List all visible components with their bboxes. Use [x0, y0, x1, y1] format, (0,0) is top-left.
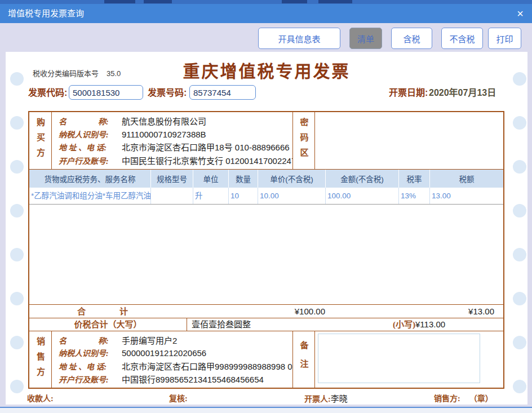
drawer-field: 开票人:李晓: [304, 393, 348, 405]
header-goods-name: 货物或应税劳务、服务名称: [29, 170, 150, 188]
buyer-bank-label: 开户行及账号:: [59, 155, 122, 166]
signature-row: 收款人: 复核: 开票人:李晓 销售方:（章）: [6, 393, 527, 405]
item-goods-name: *乙醇汽油调和组分油*车用乙醇汽油调: [29, 188, 150, 204]
seller-stamp-field: 销售方:（章）: [434, 393, 493, 405]
buyer-taxid-row: 纳税人识别号:91110000710927388B: [59, 128, 292, 140]
dialog-bottom-edge: [0, 408, 532, 413]
tax-included-button[interactable]: 含税: [391, 28, 432, 49]
detail-list-button: 清单: [349, 28, 382, 49]
seller-address-value: 北京市海淀区杏石口路甲998999988988998 010-8: [122, 362, 292, 371]
decorative-dot: [513, 160, 526, 174]
invoice-paper: 税收分类编码版本号35.0 重庆增值税专用发票 发票代码: 发票号码: 开票日期…: [6, 52, 527, 405]
buyer-address-value: 北京市海淀区杏石口路甲18号 010-88896666: [122, 143, 290, 152]
item-tax-rate: 13%: [398, 188, 429, 204]
invoice-body-table: 购买方 名 称:航天信息股份有限公司 纳税人识别号:91110000710927…: [28, 111, 504, 389]
totals-row: 合 计 ¥100.00 ¥13.00: [29, 304, 503, 318]
drawer-label: 开票人:: [304, 395, 331, 403]
invoice-date-value: 2020年07月13日: [429, 85, 496, 101]
decorative-dot: [513, 248, 526, 261]
seller-taxid-row: 纳税人识别号:500000191212020656: [59, 347, 292, 358]
item-spec: [150, 188, 193, 204]
buyer-address-row: 地 址 、电 话:北京市海淀区杏石口路甲18号 010-88896666: [59, 141, 292, 153]
header-tax-rate: 税率: [398, 170, 429, 188]
buyer-name-row: 名 称:航天信息股份有限公司: [59, 115, 292, 127]
invoice-code-input[interactable]: [69, 85, 143, 100]
decorative-dot: [10, 292, 24, 305]
tax-excluded-button[interactable]: 不含税: [441, 28, 483, 49]
buyer-address-label: 地 址 、电 话:: [59, 141, 122, 153]
item-unit: 升: [193, 188, 228, 204]
password-area-label: 密码区: [298, 118, 310, 163]
seller-bank-row: 开户行及账号:中国银行89985652134155468456654: [59, 373, 292, 385]
decorative-dot: [513, 116, 526, 130]
invoice-number-label: 发票号码:: [148, 85, 187, 101]
invoice-query-dialog: 增值税专用发票查询 × 开具信息表 清单 含税 不含税 打印 税收分类编码版本号…: [0, 0, 532, 413]
seller-bank-value: 中国银行89985652134155468456654: [122, 375, 264, 384]
item-tax-amount: 13.00: [429, 188, 503, 204]
seller-name-row: 名 称:手册编写用户2: [59, 334, 292, 346]
decorative-dot: [513, 336, 526, 349]
buyer-bank-row: 开户行及账号:中国民生银行北京紫竹支行 0120014170022475: [59, 154, 292, 166]
decorative-dot: [513, 380, 526, 393]
header-unit-price: 单价(不含税): [258, 170, 325, 188]
payee-label: 收款人:: [27, 393, 54, 405]
item-quantity: 10: [228, 188, 258, 204]
dialog-titlebar: 增值税专用发票查询 ×: [0, 4, 532, 23]
item-amount: 100.00: [325, 188, 398, 204]
remark-label: 备注: [298, 341, 310, 378]
invoice-number-input[interactable]: [189, 85, 256, 100]
invoice-title: 重庆增值税专用发票: [6, 57, 527, 82]
buyer-side-label: 购买方: [34, 118, 46, 163]
header-spec: 规格型号: [150, 170, 193, 188]
remark-area: [315, 331, 486, 388]
decorative-dot: [513, 204, 526, 217]
decorative-dot: [10, 116, 24, 130]
background-window-artifact: [104, 0, 135, 3]
decorative-dot: [10, 160, 24, 174]
seller-side-label: 销售方: [34, 337, 46, 383]
buyer-bank-value: 中国民生银行北京紫竹支行 0120014170022475: [122, 156, 292, 166]
buyer-name-label: 名 称:: [59, 116, 122, 127]
invoice-code-row: 发票代码: 发票号码: 开票日期: 2020年07月13日: [6, 85, 527, 101]
invoice-code-label: 发票代码:: [28, 85, 67, 101]
header-amount: 金额(不含税): [325, 170, 398, 188]
buyer-section: 购买方 名 称:航天信息股份有限公司 纳税人识别号:91110000710927…: [29, 112, 503, 170]
password-area-cell: 密码区: [292, 112, 315, 169]
background-window-strip: [0, 0, 532, 4]
invoice-date-label: 开票日期:: [389, 85, 428, 101]
seller-stamp-value: （章）: [469, 394, 493, 403]
header-tax-amount: 税额: [429, 170, 503, 188]
grand-total-words: 壹佰壹拾叁圆整: [192, 318, 251, 331]
seller-bank-label: 开户行及账号:: [59, 374, 122, 385]
items-table-header: 货物或应税劳务、服务名称 规格型号 单位 数量 单价(不含税) 金额(不含税) …: [29, 170, 503, 188]
header-quantity: 数量: [228, 170, 258, 188]
background-window-artifact: [144, 0, 172, 3]
buyer-name-value: 航天信息股份有限公司: [122, 117, 206, 126]
reviewer-label: 复核:: [169, 393, 188, 405]
seller-address-label: 地 址 、电 话:: [59, 361, 122, 372]
grand-total-numeric: (小写)¥113.00: [393, 318, 445, 331]
print-button[interactable]: 打印: [488, 28, 521, 49]
grand-total-small-label: (小写): [393, 320, 415, 329]
issue-info-form-button[interactable]: 开具信息表: [258, 28, 340, 49]
background-window-artifact: [318, 0, 352, 3]
close-icon[interactable]: ×: [517, 4, 524, 23]
seller-name-value: 手册编写用户2: [122, 336, 177, 345]
decorative-dot: [10, 248, 24, 261]
seller-taxid-value: 500000191212020656: [122, 348, 206, 358]
seller-stamp-label: 销售方:: [434, 394, 460, 403]
dialog-title: 增值税专用发票查询: [8, 4, 84, 23]
remark-cell: 备注: [292, 331, 315, 388]
remark-box[interactable]: [318, 334, 480, 383]
grand-total-amount: ¥113.00: [415, 319, 445, 329]
buyer-taxid-label: 纳税人识别号:: [59, 128, 122, 140]
totals-amount: ¥100.00: [258, 305, 325, 318]
seller-name-label: 名 称:: [59, 335, 122, 346]
seller-info: 名 称:手册编写用户2 纳税人识别号:500000191212020656 地 …: [52, 331, 292, 388]
item-row[interactable]: *乙醇汽油调和组分油*车用乙醇汽油调 升 10 10.00 100.00 13%…: [29, 188, 503, 205]
seller-side-cell: 销售方: [29, 331, 52, 388]
item-unit-price: 10.00: [258, 188, 325, 204]
seller-section: 销售方 名 称:手册编写用户2 纳税人识别号:50000019121202065…: [29, 331, 503, 388]
decorative-dot: [513, 292, 526, 305]
password-area-box: [315, 112, 486, 169]
